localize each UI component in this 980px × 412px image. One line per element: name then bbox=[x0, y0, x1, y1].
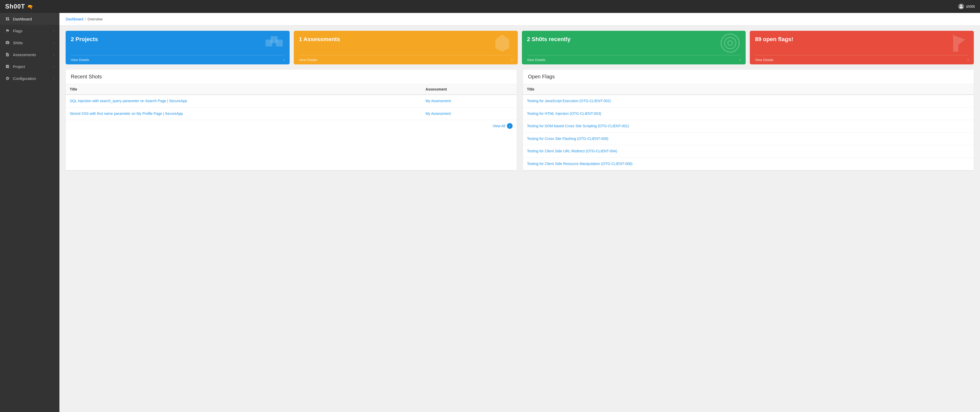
flag-title-link[interactable]: Testing for HTML Injection (OTG-CLIENT-0… bbox=[527, 112, 601, 116]
sh0ts-view-label: View Details bbox=[527, 58, 546, 62]
sidebar-dashboard-label: Dashboard bbox=[13, 17, 32, 21]
view-all-label: View All bbox=[493, 124, 505, 128]
sh0ts-icon bbox=[5, 40, 10, 45]
flags-count: 89 open flags! bbox=[755, 36, 969, 43]
assessments-footer[interactable]: View Details › bbox=[299, 55, 512, 64]
table-row: Testing for Client Side Resource Manipul… bbox=[523, 158, 974, 170]
assessments-count: 1 Assessments bbox=[299, 36, 512, 43]
flags-chevron-icon: › bbox=[53, 29, 54, 32]
sidebar: Dashboard Flags › Sh0ts › bbox=[0, 13, 59, 412]
logo-text: Sh00T bbox=[5, 3, 25, 10]
content-area: Dashboard / Overview 2 Projects View Det… bbox=[59, 13, 980, 412]
col-assessment: Assessment bbox=[422, 84, 517, 95]
sh0ts-card[interactable]: 2 Sh0ts recently View Details › bbox=[522, 31, 746, 64]
shot-assessment-cell: My Assessment bbox=[422, 95, 517, 107]
table-row: Stored XSS with first name parameter on … bbox=[66, 107, 517, 120]
shot-title-cell: SQL Injection with search_query paramete… bbox=[66, 95, 422, 107]
shot-title-cell: Stored XSS with first name parameter on … bbox=[66, 107, 422, 120]
flags-icon bbox=[5, 29, 10, 33]
recent-shots-title: Recent Shots bbox=[66, 70, 517, 84]
assessments-card[interactable]: 1 Assessments View Details › bbox=[294, 31, 518, 64]
shot-assessment-link[interactable]: My Assessment bbox=[426, 112, 451, 116]
projects-arrow-icon: › bbox=[283, 58, 284, 62]
table-row: Testing for JavaScript Execution (OTG-CL… bbox=[523, 95, 974, 107]
flag-title-link[interactable]: Testing for JavaScript Execution (OTG-CL… bbox=[527, 99, 611, 103]
project-icon bbox=[5, 64, 10, 69]
sidebar-project-label: Project bbox=[13, 64, 25, 69]
table-row: Testing for DOM based Cross Site Scripti… bbox=[523, 120, 974, 133]
sidebar-item-sh0ts[interactable]: Sh0ts › bbox=[0, 37, 59, 49]
flag-title-link[interactable]: Testing for Client Side Resource Manipul… bbox=[527, 162, 633, 166]
assessments-icon bbox=[5, 52, 10, 57]
user-avatar-icon bbox=[958, 4, 964, 9]
flag-title-cell: Testing for DOM based Cross Site Scripti… bbox=[523, 120, 974, 133]
config-chevron-icon: › bbox=[53, 77, 54, 80]
sh0ts-footer[interactable]: View Details › bbox=[527, 55, 741, 64]
table-row: SQL Injection with search_query paramete… bbox=[66, 95, 517, 107]
projects-card[interactable]: 2 Projects View Details › bbox=[66, 31, 290, 64]
projects-view-label: View Details bbox=[71, 58, 89, 62]
sidebar-item-dashboard[interactable]: Dashboard bbox=[0, 13, 59, 25]
flag-title-cell: Testing for HTML Injection (OTG-CLIENT-0… bbox=[523, 107, 974, 120]
bottom-section: Recent Shots Title Assessment SQL Inject… bbox=[59, 70, 980, 176]
sidebar-item-configuration[interactable]: Configuration › bbox=[0, 72, 59, 84]
sidebar-flags-label: Flags bbox=[13, 29, 22, 33]
flag-title-link[interactable]: Testing for DOM based Cross Site Scripti… bbox=[527, 124, 629, 128]
flags-card[interactable]: 89 open flags! View Details › bbox=[750, 31, 974, 64]
breadcrumb: Dashboard / Overview bbox=[59, 13, 980, 26]
view-all-link[interactable]: View All › bbox=[493, 123, 512, 129]
flag-title-link[interactable]: Testing for Cross Site Flashing (OTG-CLI… bbox=[527, 137, 608, 141]
sidebar-item-flags[interactable]: Flags › bbox=[0, 25, 59, 37]
flag-title-link[interactable]: Testing for Client Side URL Redirect (OT… bbox=[527, 149, 617, 153]
view-all-row: View All › bbox=[66, 120, 517, 132]
user-menu[interactable]: sh00t bbox=[958, 4, 975, 9]
sh0ts-chevron-icon: › bbox=[53, 41, 54, 44]
shot-assessment-cell: My Assessment bbox=[422, 107, 517, 120]
flag-title-cell: Testing for JavaScript Execution (OTG-CL… bbox=[523, 95, 974, 107]
flags-footer[interactable]: View Details › bbox=[755, 55, 969, 64]
flags-arrow-icon: › bbox=[967, 58, 969, 62]
open-flags-panel: Open Flags Title Testing for JavaScript … bbox=[523, 70, 974, 170]
table-row: Testing for HTML Injection (OTG-CLIENT-0… bbox=[523, 107, 974, 120]
breadcrumb-home[interactable]: Dashboard bbox=[66, 17, 83, 21]
recent-shots-panel: Recent Shots Title Assessment SQL Inject… bbox=[66, 70, 517, 170]
view-all-arrow-icon: › bbox=[507, 123, 512, 129]
open-flags-title: Open Flags bbox=[523, 70, 974, 84]
open-flags-table: Title Testing for JavaScript Execution (… bbox=[523, 84, 974, 170]
project-chevron-icon: › bbox=[53, 65, 54, 68]
shot-assessment-link[interactable]: My Assessment bbox=[426, 99, 451, 103]
assessments-chevron-icon: › bbox=[53, 53, 54, 56]
sidebar-sh0ts-label: Sh0ts bbox=[13, 41, 23, 45]
user-label: sh00t bbox=[966, 5, 975, 8]
sidebar-item-assessments[interactable]: Assessments › bbox=[0, 49, 59, 61]
topbar: Sh00T 🔫 sh00t bbox=[0, 0, 980, 13]
shot-title-link[interactable]: Stored XSS with first name parameter on … bbox=[70, 112, 183, 116]
breadcrumb-current: Overview bbox=[88, 17, 102, 21]
sidebar-item-project[interactable]: Project › bbox=[0, 61, 59, 72]
breadcrumb-separator: / bbox=[85, 17, 86, 21]
configuration-icon bbox=[5, 76, 10, 81]
flag-title-cell: Testing for Cross Site Flashing (OTG-CLI… bbox=[523, 133, 974, 145]
sh0ts-arrow-icon: › bbox=[740, 58, 740, 62]
flags-col-title: Title bbox=[523, 84, 974, 95]
flag-title-cell: Testing for Client Side Resource Manipul… bbox=[523, 158, 974, 170]
projects-footer[interactable]: View Details › bbox=[71, 55, 285, 64]
flags-view-label: View Details bbox=[755, 58, 773, 62]
sidebar-config-label: Configuration bbox=[13, 76, 36, 81]
sidebar-assessments-label: Assessments bbox=[13, 53, 36, 57]
assessments-view-label: View Details bbox=[299, 58, 317, 62]
sh0ts-count: 2 Sh0ts recently bbox=[527, 36, 741, 43]
app-logo: Sh00T 🔫 bbox=[5, 3, 33, 10]
stats-cards-row: 2 Projects View Details › 1 Assessments bbox=[59, 26, 980, 70]
table-row: Testing for Cross Site Flashing (OTG-CLI… bbox=[523, 133, 974, 145]
recent-shots-table: Title Assessment SQL Injection with sear… bbox=[66, 84, 517, 120]
table-row: Testing for Client Side URL Redirect (OT… bbox=[523, 145, 974, 158]
main-layout: Dashboard Flags › Sh0ts › bbox=[0, 13, 980, 412]
dashboard-icon bbox=[5, 16, 10, 21]
shot-title-link[interactable]: SQL Injection with search_query paramete… bbox=[70, 99, 187, 103]
col-title: Title bbox=[66, 84, 422, 95]
assessments-arrow-icon: › bbox=[511, 58, 512, 62]
flag-title-cell: Testing for Client Side URL Redirect (OT… bbox=[523, 145, 974, 158]
projects-count: 2 Projects bbox=[71, 36, 285, 43]
